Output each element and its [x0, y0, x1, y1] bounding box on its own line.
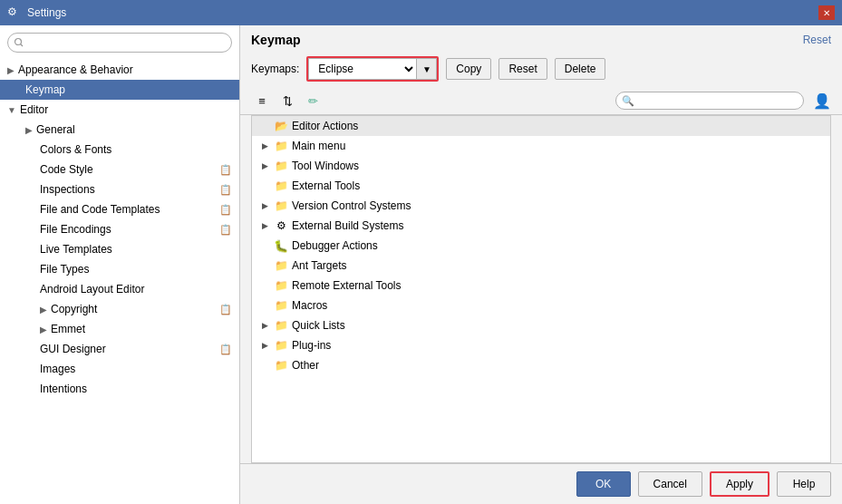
expand-debugger-actions — [259, 240, 270, 251]
sidebar-item-images[interactable]: Images — [0, 359, 239, 379]
expand-other — [259, 360, 270, 371]
folder-icon-macros: 📁 — [274, 298, 288, 313]
sidebar-item-emmet[interactable]: ▶ Emmet — [0, 319, 239, 339]
tree-item-editor-actions[interactable]: 📂 Editor Actions — [252, 116, 830, 136]
sidebar-label-images: Images — [40, 363, 75, 375]
tree-item-tool-windows[interactable]: ▶ 📁 Tool Windows — [252, 156, 830, 176]
tree-item-other[interactable]: 📁 Other — [252, 355, 830, 375]
sidebar-item-file-encodings[interactable]: File Encodings 📋 — [0, 219, 239, 239]
sidebar-label-inspections: Inspections — [40, 183, 95, 196]
toolbar-search-icon: 🔍 — [622, 95, 634, 107]
tree-item-ant-targets[interactable]: 📁 Ant Targets — [252, 256, 830, 276]
code-style-copy-icon: 📋 — [219, 164, 232, 176]
sidebar-item-file-code-templates[interactable]: File and Code Templates 📋 — [0, 199, 239, 219]
expand-arrow-emmet: ▶ — [40, 325, 47, 334]
sidebar-item-inspections[interactable]: Inspections 📋 — [0, 179, 239, 199]
sidebar-item-editor[interactable]: ▼ Editor — [0, 100, 239, 120]
expand-main-menu[interactable]: ▶ — [259, 141, 270, 151]
help-button[interactable]: Help — [777, 471, 831, 497]
sidebar-item-copyright[interactable]: ▶ Copyright 📋 — [0, 299, 239, 319]
tree-item-main-menu[interactable]: ▶ 📁 Main menu — [252, 136, 830, 156]
main-container: ▶ Appearance & Behavior Keymap ▼ Editor … — [0, 25, 842, 504]
tree-item-plugins[interactable]: ▶ 📁 Plug-ins — [252, 335, 830, 355]
expand-quick-lists[interactable]: ▶ — [259, 320, 270, 331]
sidebar-item-live-templates[interactable]: Live Templates — [0, 239, 239, 259]
tree-label-quick-lists: Quick Lists — [292, 319, 823, 332]
tree-item-remote-external[interactable]: 📁 Remote External Tools — [252, 276, 830, 296]
expand-tool-windows[interactable]: ▶ — [259, 160, 270, 171]
content-area: Keymap Reset Keymaps: Eclipse ▼ Copy Res… — [240, 25, 842, 504]
apply-button[interactable]: Apply — [710, 471, 769, 497]
bug-icon-debugger: 🐛 — [274, 238, 288, 253]
folder-icon-plugins: 📁 — [274, 338, 288, 353]
tree-label-plugins: Plug-ins — [292, 339, 823, 352]
gear-icon-external-build: ⚙ — [274, 218, 288, 233]
tree-label-main-menu: Main menu — [292, 140, 823, 152]
sidebar-label-live-templates: Live Templates — [40, 243, 112, 256]
expand-external-build[interactable]: ▶ — [259, 220, 270, 231]
tree-item-version-control[interactable]: ▶ 📁 Version Control Systems — [252, 196, 830, 216]
sidebar-label-keymap: Keymap — [25, 83, 65, 96]
tree-label-editor-actions: Editor Actions — [292, 120, 823, 132]
tree-label-macros: Macros — [292, 299, 823, 312]
keymap-select-wrapper: Eclipse ▼ — [306, 56, 439, 82]
content-header: Keymap Reset — [240, 25, 842, 51]
tree-label-other: Other — [292, 359, 823, 372]
sidebar-search-wrapper — [7, 33, 232, 53]
keymap-row: Keymaps: Eclipse ▼ Copy Reset Delete — [240, 51, 842, 87]
sidebar-item-intentions[interactable]: Intentions — [0, 379, 239, 399]
keymap-select[interactable]: Eclipse — [308, 58, 417, 80]
tree-item-external-build[interactable]: ▶ ⚙ External Build Systems — [252, 216, 830, 236]
sidebar-search-input[interactable] — [7, 33, 232, 53]
sidebar-label-general: General — [36, 123, 75, 136]
sidebar-item-appearance-behavior[interactable]: ▶ Appearance & Behavior — [0, 60, 239, 80]
sidebar-item-code-style[interactable]: Code Style 📋 — [0, 160, 239, 179]
tree-label-ant-targets: Ant Targets — [292, 259, 823, 272]
content-reset-link[interactable]: Reset — [803, 34, 831, 46]
sidebar-item-colors-fonts[interactable]: Colors & Fonts — [0, 140, 239, 160]
sidebar-item-android-layout-editor[interactable]: Android Layout Editor — [0, 279, 239, 299]
tree-item-quick-lists[interactable]: ▶ 📁 Quick Lists — [252, 315, 830, 335]
sidebar-label-gui-designer: GUI Designer — [40, 343, 106, 355]
sort-button[interactable]: ⇅ — [276, 91, 298, 111]
filter-button[interactable]: ≡ — [251, 91, 273, 111]
edit-button[interactable]: ✏ — [302, 91, 324, 111]
window-title: Settings — [27, 6, 818, 19]
expand-remote-external — [259, 280, 270, 291]
copy-button[interactable]: Copy — [446, 58, 491, 80]
ok-button[interactable]: OK — [576, 471, 631, 497]
folder-icon-tool-windows: 📁 — [274, 159, 288, 173]
copyright-copy-icon: 📋 — [219, 304, 232, 315]
sidebar-item-file-types[interactable]: File Types — [0, 259, 239, 279]
gui-designer-copy-icon: 📋 — [219, 344, 232, 355]
sidebar-label-file-types: File Types — [40, 263, 89, 276]
expand-external-tools — [259, 180, 270, 191]
reset-button[interactable]: Reset — [498, 58, 547, 80]
expand-version-control[interactable]: ▶ — [259, 200, 270, 211]
sidebar-label-emmet: Emmet — [51, 323, 85, 335]
close-button[interactable]: ✕ — [818, 5, 835, 20]
sidebar-label-colors-fonts: Colors & Fonts — [40, 143, 111, 156]
title-bar: ⚙ Settings ✕ — [0, 0, 842, 25]
sidebar-item-general[interactable]: ▶ General — [0, 120, 239, 140]
keymap-dropdown-button[interactable]: ▼ — [417, 58, 437, 80]
sidebar-label-intentions: Intentions — [40, 383, 87, 395]
delete-button[interactable]: Delete — [555, 58, 606, 80]
tree-item-external-tools[interactable]: 📁 External Tools — [252, 176, 830, 196]
tree-label-tool-windows: Tool Windows — [292, 160, 823, 172]
folder-icon-other: 📁 — [274, 358, 288, 373]
sidebar-item-keymap[interactable]: Keymap — [0, 80, 239, 100]
sidebar-label-file-encodings: File Encodings — [40, 223, 111, 236]
tree-item-macros[interactable]: 📁 Macros — [252, 296, 830, 315]
tree-label-version-control: Version Control Systems — [292, 199, 823, 212]
expand-plugins[interactable]: ▶ — [259, 340, 270, 351]
tree-item-debugger-actions[interactable]: 🐛 Debugger Actions — [252, 236, 830, 256]
sidebar-label-appearance-behavior: Appearance & Behavior — [18, 63, 133, 76]
folder-icon-main-menu: 📁 — [274, 139, 288, 153]
expand-editor-actions — [259, 121, 270, 131]
cancel-button[interactable]: Cancel — [638, 471, 702, 497]
sidebar-item-gui-designer[interactable]: GUI Designer 📋 — [0, 339, 239, 359]
toolbar-search-input[interactable] — [634, 94, 798, 107]
sidebar: ▶ Appearance & Behavior Keymap ▼ Editor … — [0, 25, 240, 504]
file-code-templates-copy-icon: 📋 — [219, 204, 232, 216]
